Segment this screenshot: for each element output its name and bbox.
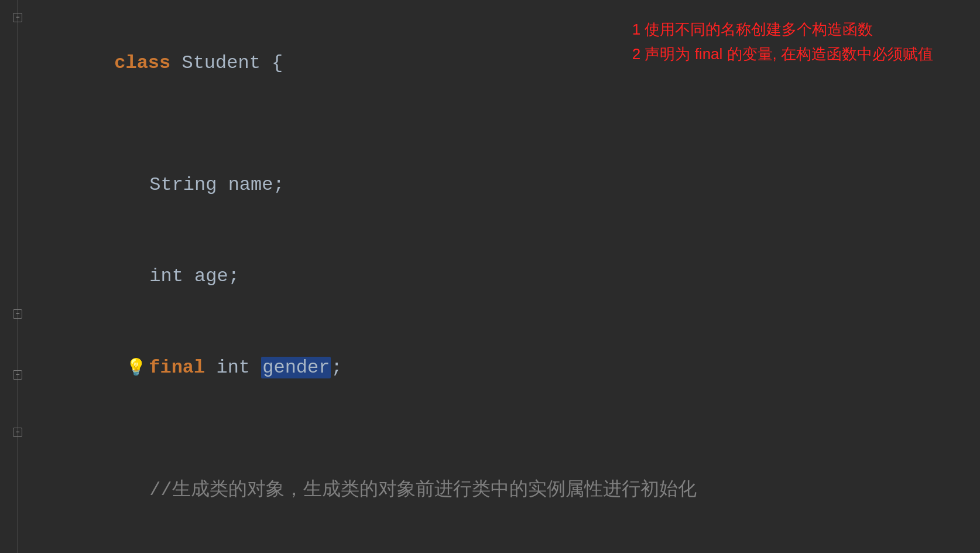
keyword-class: class [114, 52, 170, 74]
code-content: class Student { String name; int age; 💡f… [35, 0, 980, 553]
line-constructor-1: Student(this.name,this.age,this.gender); [47, 536, 980, 553]
annotation-line-1: 1 使用不同的名称创建多个构造函数 [632, 18, 933, 42]
var-age: age; [183, 265, 239, 287]
fold-icon-closebrace[interactable]: − [13, 370, 22, 380]
line-comment-1: //生成类的对象，生成类的对象前进行类中的实例属性进行初始化 [47, 445, 980, 536]
keyword-final: final [149, 357, 205, 378]
line-blank-2 [47, 414, 980, 445]
annotation-box: 1 使用不同的名称创建多个构造函数 2 声明为 final 的变量, 在构造函数… [632, 18, 933, 66]
semicolon-final: ; [331, 357, 342, 378]
line-final-gender: 💡final int gender; [47, 322, 980, 414]
fold-icon-withname[interactable]: − [13, 309, 22, 319]
class-name-student: Student [170, 52, 272, 74]
comment-text-1: //生成类的对象，生成类的对象前进行类中的实例属性进行初始化 [149, 479, 696, 501]
line-int-age: int age; [47, 231, 980, 322]
type-int-age: int [149, 265, 183, 287]
var-gender-highlight: gender [261, 357, 331, 378]
var-name: name; [217, 174, 284, 196]
line-blank-1 [47, 109, 980, 139]
fold-icon-class[interactable]: − [13, 13, 22, 22]
open-brace: { [272, 52, 283, 74]
gutter: − − − − [0, 0, 35, 553]
line-string-name: String name; [47, 139, 980, 231]
type-string: String [149, 174, 217, 196]
editor-container: − − − − class Student { String name; int… [0, 0, 980, 553]
lightbulb-icon: 💡 [126, 359, 146, 377]
fold-icon-outerbrace[interactable]: − [13, 428, 22, 437]
type-int-gender: int [205, 357, 261, 378]
gutter-line [18, 0, 18, 553]
annotation-line-2: 2 声明为 final 的变量, 在构造函数中必须赋值 [632, 42, 933, 67]
